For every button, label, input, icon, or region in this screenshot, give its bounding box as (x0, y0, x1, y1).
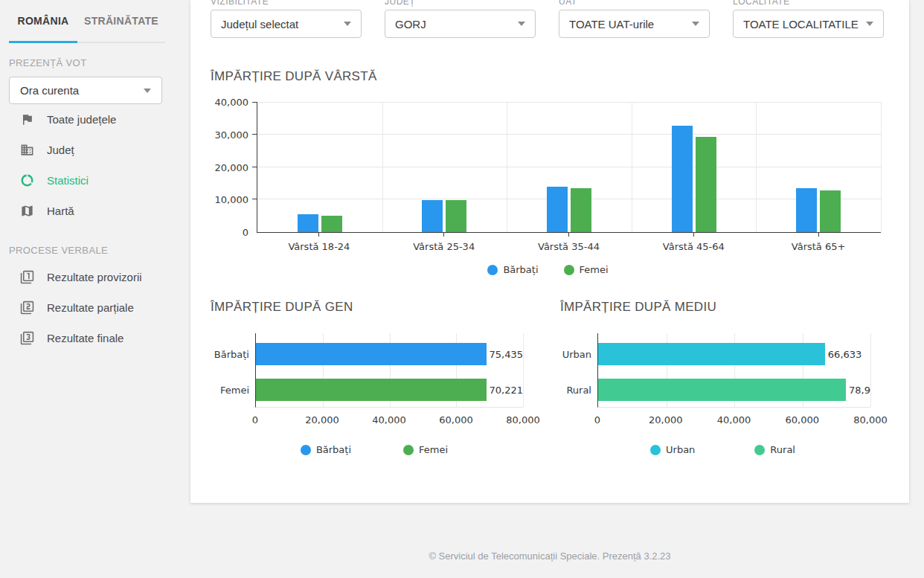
sidebar-item-toate-judetele[interactable]: Toate județele (0, 104, 171, 135)
bar-urban (598, 343, 825, 365)
select-value: Județul selectat (221, 18, 298, 30)
document-3-icon (20, 331, 34, 345)
bar-femei (571, 188, 591, 232)
chevron-down-icon (144, 89, 151, 93)
age-category-group (632, 102, 757, 232)
bar-row: Bărbați 75,435 (256, 343, 523, 365)
bar-value-label: 75,435 (490, 349, 524, 360)
mediu-x-axis: 0 20,000 40,000 60,000 80,000 (597, 414, 870, 428)
legend-item-rural[interactable]: Rural (754, 444, 795, 455)
sidebar-item-statistici[interactable]: Statistici (0, 165, 171, 196)
age-category-group (507, 102, 632, 232)
legend-item-barbati[interactable]: Bărbați (301, 444, 351, 455)
sidebar-item-label: Rezultate parțiale (47, 301, 134, 314)
axis-tick (252, 199, 257, 199)
bar-barbati (256, 343, 487, 365)
y-axis-tick-label: 20,000 (215, 161, 249, 173)
tab-strainatate[interactable]: STRĂINĂTATE (77, 0, 165, 42)
category-label: Rural (566, 385, 591, 396)
sidebar-item-harta[interactable]: Hartă (0, 196, 171, 226)
gen-chart-title: ÎMPĂRȚIRE DUPĂ GEN (211, 300, 538, 315)
sidebar-item-rezultate-provizorii[interactable]: Rezultate provizorii (0, 262, 171, 292)
sidebar-item-label: Statistici (47, 174, 89, 187)
document-1-icon (20, 270, 34, 284)
filter-label: JUDEȚ (385, 0, 536, 7)
bar-row: Urban 66,633 (598, 343, 870, 365)
age-bars (257, 102, 881, 232)
filter-label: LOCALITATE (733, 0, 884, 7)
legend-dot (650, 445, 661, 455)
filter-vizibilitate: VIZIBILITATE Județul selectat (211, 0, 362, 38)
category-label: Femei (220, 385, 249, 396)
select-value: GORJ (395, 18, 426, 30)
filter-label: VIZIBILITATE (211, 0, 362, 7)
age-category-group (257, 102, 382, 232)
legend-label: Bărbați (316, 444, 351, 455)
axis-tick (252, 102, 257, 103)
bar-femei (820, 190, 841, 232)
gridline (523, 333, 524, 407)
flag-icon (20, 112, 34, 126)
x-axis-tick-label: 40,000 (717, 414, 751, 426)
vizibilitate-select[interactable]: Județul selectat (211, 10, 362, 38)
legend-label: Rural (770, 444, 795, 455)
tab-romania[interactable]: ROMÂNIA (9, 0, 77, 43)
category-label: Urban (562, 349, 591, 360)
sidebar-item-judet[interactable]: Județ (0, 135, 171, 165)
bar-row: Femei 70,221 (256, 379, 523, 401)
sidebar-item-label: Rezultate provizorii (47, 271, 142, 283)
y-axis-tick-label: 10,000 (215, 194, 249, 205)
bar-femei (321, 216, 342, 232)
map-icon (20, 204, 34, 218)
legend-item-femei[interactable]: Femei (403, 444, 448, 455)
bar-barbati (547, 187, 568, 232)
gen-chart-plot: Bărbați 75,435 Femei 70,221 (255, 333, 523, 408)
mediu-chart: ÎMPĂRȚIRE DUPĂ MEDIU Urban 66,633 Rural (560, 300, 885, 455)
localitate-select[interactable]: TOATE LOCALITATILE (733, 10, 884, 38)
gen-x-axis: 0 20,000 40,000 60,000 80,000 (255, 414, 523, 428)
bar-femei (256, 379, 487, 401)
axis-tick (568, 233, 569, 237)
axis-tick (252, 167, 257, 167)
uat-select[interactable]: TOATE UAT-urile (559, 10, 710, 38)
axis-tick (818, 233, 819, 237)
document-2-icon (20, 301, 34, 315)
age-category-group (382, 102, 507, 232)
mediu-chart-plot: Urban 66,633 Rural 78,9 (597, 333, 870, 408)
donut-chart-icon (20, 173, 34, 187)
x-axis-tick-label: 0 (594, 414, 600, 426)
legend-item-barbati[interactable]: Bărbați (487, 264, 538, 275)
legend-dot (487, 265, 498, 275)
age-category-group (756, 102, 881, 232)
gridline (881, 102, 882, 232)
sidebar-item-rezultate-finale[interactable]: Rezultate finale (0, 323, 171, 353)
time-select[interactable]: Ora curenta (9, 77, 162, 104)
age-chart-plot: 0 10,000 20,000 30,000 40,000 (257, 102, 881, 233)
x-axis-tick-label: 0 (252, 414, 258, 426)
time-select-value: Ora curenta (20, 84, 79, 97)
legend-label: Urban (666, 444, 695, 455)
legend-label: Femei (580, 264, 609, 275)
x-axis-category: Vârstă 25-34 (382, 233, 507, 252)
age-chart-legend: Bărbați Femei (211, 264, 885, 275)
axis-tick (693, 233, 694, 237)
axis-tick (443, 233, 444, 237)
sidebar-item-rezultate-partiale[interactable]: Rezultate parțiale (0, 292, 171, 323)
legend-item-urban[interactable]: Urban (650, 444, 695, 455)
select-value: TOATE UAT-urile (569, 18, 654, 30)
presence-section-label: PREZENȚĂ VOT (9, 57, 162, 68)
legend-item-femei[interactable]: Femei (564, 264, 609, 275)
x-axis-category: Vârstă 35-44 (507, 233, 632, 252)
x-axis-category: Vârstă 65+ (756, 233, 881, 252)
select-value: TOATE LOCALITATILE (743, 18, 859, 30)
axis-tick (318, 233, 319, 237)
bar-value-label: 66,633 (828, 349, 862, 360)
sidebar: ROMÂNIA STRĂINĂTATE PREZENȚĂ VOT Ora cur… (0, 0, 171, 578)
legend-label: Bărbați (503, 264, 538, 275)
main-content: VIZIBILITATE Județul selectat JUDEȚ GORJ… (190, 0, 909, 562)
judet-select[interactable]: GORJ (385, 10, 536, 38)
x-axis-tick-label: 40,000 (372, 414, 406, 426)
sidebar-item-label: Județ (47, 144, 74, 156)
bar-rural (598, 379, 846, 401)
y-axis-tick-label: 30,000 (215, 129, 249, 140)
